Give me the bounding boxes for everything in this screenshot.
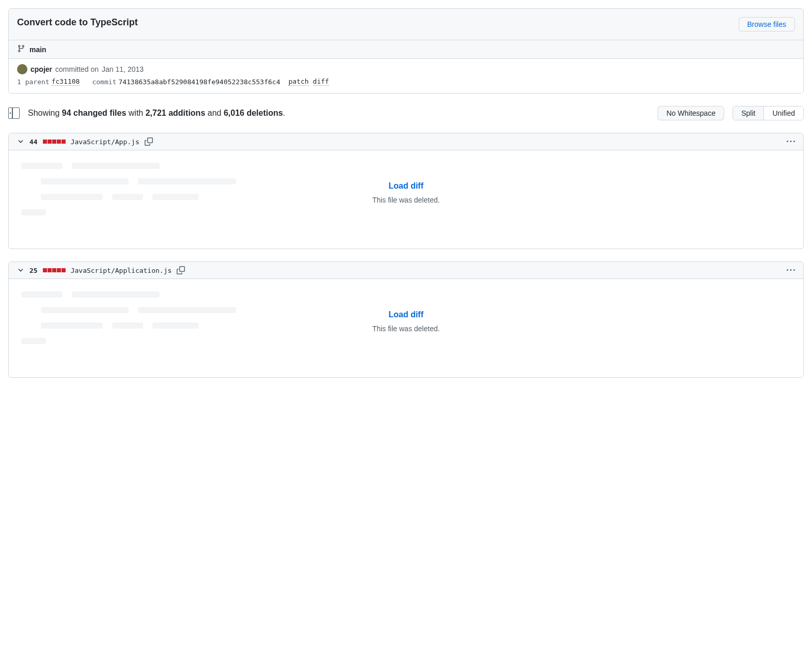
file-tree-toggle-icon[interactable] xyxy=(8,107,20,119)
file-path[interactable]: JavaScript/Application.js xyxy=(71,267,172,274)
file-path[interactable]: JavaScript/App.js xyxy=(71,138,139,146)
load-diff-wrap: Load diff This file was deleted. xyxy=(17,291,795,333)
load-diff-button[interactable]: Load diff xyxy=(17,310,795,319)
branch-name[interactable]: main xyxy=(29,45,46,54)
deleted-message: This file was deleted. xyxy=(17,325,795,333)
change-count[interactable]: 44 xyxy=(29,138,38,146)
diff-stat-icon xyxy=(43,140,66,144)
avatar[interactable] xyxy=(17,64,27,74)
diff-toolbar: Showing 94 changed files with 2,721 addi… xyxy=(8,106,804,120)
kebab-icon[interactable] xyxy=(787,137,795,146)
commit-header: Convert code to TypeScript Browse files xyxy=(9,9,803,40)
deleted-message: This file was deleted. xyxy=(17,196,795,204)
split-view-button[interactable]: Split xyxy=(733,106,763,120)
copy-path-icon[interactable] xyxy=(177,266,185,274)
parent-label: 1 parent xyxy=(17,78,50,86)
diff-stat-icon xyxy=(43,268,66,272)
author-link[interactable]: cpojer xyxy=(30,65,52,73)
kebab-icon[interactable] xyxy=(787,266,795,274)
diff-link[interactable]: diff xyxy=(313,78,329,86)
commit-label: commit xyxy=(92,78,116,86)
unified-view-button[interactable]: Unified xyxy=(763,106,803,120)
parent-sha-link[interactable]: fc31108 xyxy=(52,78,80,86)
diff-summary: Showing 94 changed files with 2,721 addi… xyxy=(28,109,649,118)
additions-count: 2,721 additions xyxy=(146,109,206,117)
file-diff-box: 44 JavaScript/App.js Load diff This file… xyxy=(8,133,804,249)
browse-files-button[interactable]: Browse files xyxy=(739,17,795,32)
file-body: Load diff This file was deleted. xyxy=(9,150,803,249)
author-row: cpojer committed on Jan 11, 2013 xyxy=(17,64,795,74)
chevron-down-icon[interactable] xyxy=(17,138,24,145)
commit-title: Convert code to TypeScript xyxy=(17,17,138,28)
file-body: Load diff This file was deleted. xyxy=(9,279,803,377)
file-diff-box: 25 JavaScript/Application.js Load diff T… xyxy=(8,261,804,378)
load-diff-button[interactable]: Load diff xyxy=(17,181,795,191)
file-header: 25 JavaScript/Application.js xyxy=(9,262,803,279)
change-count[interactable]: 25 xyxy=(29,267,38,274)
copy-path-icon[interactable] xyxy=(145,137,153,146)
committed-text: committed on xyxy=(55,65,99,73)
branch-icon xyxy=(17,44,25,54)
files-count[interactable]: 94 changed files xyxy=(62,109,127,117)
branch-row: main xyxy=(9,40,803,58)
commit-meta: cpojer committed on Jan 11, 2013 1 paren… xyxy=(9,58,803,93)
commit-date: Jan 11, 2013 xyxy=(102,65,144,73)
full-sha: 74138635a8abf529084198fe94052238c553f6c4 xyxy=(118,78,280,86)
commit-box: Convert code to TypeScript Browse files … xyxy=(8,8,804,94)
load-diff-wrap: Load diff This file was deleted. xyxy=(17,163,795,204)
file-header: 44 JavaScript/App.js xyxy=(9,133,803,150)
commit-refs: 1 parent fc31108 commit 74138635a8abf529… xyxy=(17,78,795,86)
patch-link[interactable]: patch xyxy=(288,78,308,86)
no-whitespace-button[interactable]: No Whitespace xyxy=(658,106,724,120)
chevron-down-icon[interactable] xyxy=(17,267,24,274)
deletions-count: 6,016 deletions xyxy=(224,109,283,117)
view-toggle: Split Unified xyxy=(732,106,804,120)
